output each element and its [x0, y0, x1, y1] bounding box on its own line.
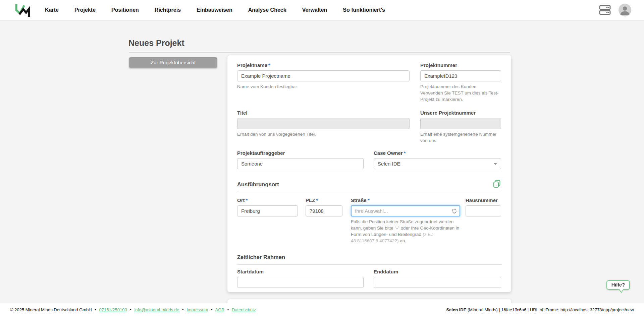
footer-bar: © 2025 Mineral Minds Deutschland GmbH • …	[0, 303, 644, 316]
required-asterisk: *	[404, 150, 406, 156]
footer-session-details: (Mineral Minds) | 16fae1ffc6a6 | URL of …	[468, 307, 634, 312]
enddatum-label: Enddatum	[374, 269, 501, 274]
footer-separator: •	[211, 307, 213, 312]
footer-session-info: Selen IDE (Mineral Minds) | 16fae1ffc6a6…	[446, 307, 634, 312]
startdatum-label: Startdatum	[237, 269, 364, 274]
hausnummer-input[interactable]	[466, 205, 501, 216]
footer-separator: •	[95, 307, 96, 312]
field-startdatum: Startdatum	[237, 269, 364, 288]
page-content: Neues Projekt Zur Projektübersicht Proje…	[0, 20, 644, 316]
form-row-2: Titel Erhält den von uns vorgegebenen Ti…	[237, 110, 501, 144]
field-plz: PLZ*	[306, 197, 342, 216]
footer-separator: •	[227, 307, 229, 312]
required-asterisk: *	[368, 197, 370, 203]
footer-separator: •	[182, 307, 184, 312]
enddatum-input[interactable]	[374, 277, 501, 288]
titel-label: Titel	[237, 110, 410, 116]
nav-item-so-funktionierts[interactable]: So funktioniert's	[343, 7, 385, 13]
strasse-input[interactable]	[351, 205, 460, 216]
nav-item-projekte[interactable]: Projekte	[74, 7, 96, 13]
projektname-label-text: Projektname	[237, 62, 267, 68]
ort-label-text: Ort	[237, 197, 245, 203]
footer-left: © 2025 Mineral Minds Deutschland GmbH • …	[10, 307, 256, 312]
nav-item-richtpreis[interactable]: Richtpreis	[155, 7, 181, 13]
field-strasse: Straße* Falls die Position keiner Straße…	[351, 197, 460, 244]
section-zeitlicher-rahmen: Zeitlicher Rahmen	[237, 254, 501, 265]
startdatum-input[interactable]	[237, 277, 364, 288]
unsere-projektnummer-label: Unsere Projektnummer	[420, 110, 501, 116]
mineral-minds-logo-icon[interactable]	[13, 2, 32, 18]
nav-item-einbauweisen[interactable]: Einbauweisen	[197, 7, 232, 13]
section-zeitlicher-rahmen-title: Zeitlicher Rahmen	[237, 254, 285, 260]
field-hausnummer: Hausnummer	[466, 197, 501, 216]
chevron-down-icon	[494, 163, 497, 165]
projektauftraggeber-label: Projektauftraggeber	[237, 150, 364, 156]
section-ausfuehrungsort-title: Ausführungsort	[237, 181, 279, 187]
ort-input[interactable]	[237, 205, 298, 216]
field-projektname: Projektname* Name vom Kunden festlegbar	[237, 62, 410, 90]
main-menu: Karte Projekte Positionen Richtpreis Ein…	[45, 7, 385, 13]
footer-link-impressum[interactable]: Impressum	[186, 307, 208, 312]
strasse-label: Straße*	[351, 197, 460, 203]
field-unsere-projektnummer: Unsere Projektnummer Erhält eine systemg…	[420, 110, 501, 144]
footer-separator: •	[130, 307, 131, 312]
projektauftraggeber-input[interactable]	[237, 158, 364, 169]
titel-helper: Erhält den von uns vorgegebenen Titel.	[237, 131, 410, 138]
projektnummer-input[interactable]	[420, 70, 501, 81]
copy-address-icon[interactable]	[492, 179, 501, 190]
unsere-projektnummer-helper: Erhält eine systemgenerierte Nummer von …	[420, 131, 501, 144]
hausnummer-label: Hausnummer	[466, 197, 501, 203]
case-owner-select[interactable]: Selen IDE	[374, 158, 501, 169]
projektname-label: Projektname*	[237, 62, 410, 68]
case-owner-label-text: Case Owner	[374, 150, 403, 156]
footer-user-name: Selen IDE	[446, 307, 466, 312]
field-projektauftraggeber: Projektauftraggeber	[237, 150, 364, 169]
field-projektnummer: Projektnummer Projektnummer des Kunden. …	[420, 62, 501, 103]
form-row-3: Projektauftraggeber Case Owner* Selen ID…	[237, 150, 501, 169]
field-enddatum: Enddatum	[374, 269, 501, 288]
nav-right-icons	[599, 4, 631, 16]
form-row-1: Projektname* Name vom Kunden festlegbar …	[237, 62, 501, 103]
field-titel: Titel Erhält den von uns vorgegebenen Ti…	[237, 110, 410, 138]
titel-input	[237, 118, 410, 129]
projektnummer-helper: Projektnummer des Kunden. Verwenden Sie …	[420, 84, 501, 103]
page-title: Neues Projekt	[128, 38, 184, 48]
case-owner-selected-value: Selen IDE	[378, 161, 400, 167]
required-asterisk: *	[246, 197, 248, 203]
strasse-helper: Falls die Position keiner Straße zugeord…	[351, 219, 460, 244]
zur-projektuebersicht-button[interactable]: Zur Projektübersicht	[129, 57, 217, 68]
ort-label: Ort*	[237, 197, 298, 203]
form-row-5: Startdatum Enddatum	[237, 269, 501, 288]
strasse-helper-suffix: an.	[398, 238, 406, 243]
footer-link-agb[interactable]: AGB	[215, 307, 224, 312]
required-asterisk: *	[268, 62, 270, 68]
top-navigation: Karte Projekte Positionen Richtpreis Ein…	[0, 0, 644, 20]
nav-item-analyse-check[interactable]: Analyse Check	[248, 7, 286, 13]
projektname-input[interactable]	[237, 70, 410, 81]
new-project-form-card: Projektname* Name vom Kunden festlegbar …	[227, 55, 511, 292]
nav-item-positionen[interactable]: Positionen	[111, 7, 139, 13]
title-divider	[128, 52, 510, 53]
plz-input[interactable]	[306, 205, 342, 216]
user-avatar[interactable]	[619, 4, 631, 16]
footer-copyright: © 2025 Mineral Minds Deutschland GmbH	[10, 307, 92, 312]
help-button[interactable]: Hilfe?	[606, 280, 630, 290]
server-rack-icon[interactable]	[599, 5, 611, 15]
plz-label-text: PLZ	[306, 197, 315, 203]
nav-item-karte[interactable]: Karte	[45, 7, 59, 13]
footer-link-email[interactable]: info@mineral-minds.de	[134, 307, 179, 312]
unsere-projektnummer-input	[420, 118, 501, 129]
footer-link-phone[interactable]: 07151/250100	[99, 307, 127, 312]
nav-item-verwalten[interactable]: Verwalten	[302, 7, 327, 13]
form-row-4: Ort* PLZ* Straße* Falls die Po	[237, 197, 501, 244]
required-asterisk: *	[316, 197, 318, 203]
footer-link-datenschutz[interactable]: Datenschutz	[232, 307, 256, 312]
strasse-label-text: Straße	[351, 197, 367, 203]
case-owner-label: Case Owner*	[374, 150, 501, 156]
section-ausfuehrungsort: Ausführungsort	[237, 181, 501, 192]
plz-label: PLZ*	[306, 197, 342, 203]
field-case-owner: Case Owner* Selen IDE	[374, 150, 501, 169]
strasse-helper-main: Falls die Position keiner Straße zugeord…	[351, 219, 459, 237]
field-ort: Ort*	[237, 197, 298, 216]
strasse-input-wrapper	[351, 205, 460, 216]
